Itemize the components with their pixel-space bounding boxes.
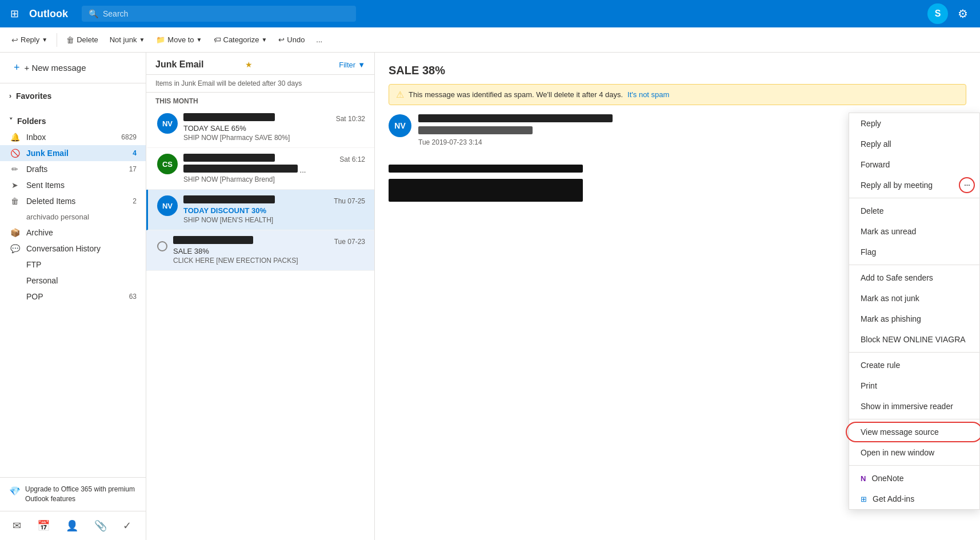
menu-item-mark-unread[interactable]: Mark as unread: [849, 221, 979, 242]
from-redacted: [418, 114, 613, 122]
skype-icon[interactable]: S: [927, 3, 948, 24]
sidebar-item-junk[interactable]: 🚫 Junk Email 4: [0, 145, 146, 161]
calendar-footer-icon[interactable]: 📅: [34, 516, 53, 535]
sidebar-item-inbox[interactable]: 🔔 Inbox 6829: [0, 129, 146, 145]
sender-avatar: NV: [389, 114, 411, 137]
avatar: CS: [157, 154, 178, 174]
reply-button[interactable]: ↩ Reply ▼: [7, 33, 52, 47]
sender-redacted: [183, 113, 275, 121]
folders-header[interactable]: ˅ Folders: [0, 113, 146, 129]
notjunk-chevron-icon: ▼: [139, 37, 145, 43]
not-junk-button[interactable]: Not junk ▼: [105, 33, 150, 46]
menu-item-view-source[interactable]: View message source: [849, 422, 979, 442]
email-sender: [183, 113, 275, 123]
email-item[interactable]: CS Sat 6:12 ... SHIP NOW [Pharmacy Brend…: [146, 148, 374, 190]
sidebar-section-favorites: › Favorites: [0, 83, 146, 109]
menu-item-onenote[interactable]: N OneNote: [849, 468, 979, 489]
body-redacted-2: [389, 179, 583, 202]
delete-icon: 🗑: [66, 35, 74, 45]
menu-item-block[interactable]: Block NEW ONLINE VIAGRA: [849, 329, 979, 350]
email-list-header: Junk Email ★ Filter ▼: [146, 53, 374, 75]
email-content: Thu 07-25 TODAY DISCOUNT 30% SHIP NOW [M…: [183, 195, 365, 224]
email-sender: [173, 236, 253, 246]
topbar: ⊞ Outlook 🔍 S ⚙: [0, 0, 980, 27]
sidebar-item-pop[interactable]: POP 63: [0, 289, 146, 305]
email-item[interactable]: NV Thu 07-25 TODAY DISCOUNT 30% SHIP NOW…: [146, 190, 374, 230]
email-list: Junk Email ★ Filter ▼ Items in Junk Emai…: [146, 53, 375, 540]
sidebar-item-ftp[interactable]: FTP: [0, 257, 146, 273]
sender-redacted: [173, 236, 253, 244]
contacts-footer-icon[interactable]: 👤: [62, 516, 82, 535]
onenote-icon: N: [861, 474, 866, 483]
new-message-button[interactable]: + + New message: [7, 57, 139, 78]
sidebar: + + New message › Favorites ˅ Folders 🔔 …: [0, 53, 146, 540]
attachments-footer-icon[interactable]: 📎: [91, 516, 110, 535]
email-time: Sat 6:12: [339, 155, 365, 163]
filter-chevron-icon: ▼: [358, 61, 365, 69]
sidebar-item-archive[interactable]: 📦 Archive: [0, 225, 146, 241]
menu-divider-2: [849, 265, 979, 265]
avatar: NV: [157, 113, 178, 134]
menu-item-delete[interactable]: Delete: [849, 201, 979, 221]
sidebar-sub-item-archivado[interactable]: archivado personal: [0, 209, 146, 225]
filter-button[interactable]: Filter ▼: [339, 61, 365, 69]
move-to-button[interactable]: 📁 Move to ▼: [151, 33, 206, 46]
email-item[interactable]: NV Sat 10:32 TODAY SALE 65% SHIP NOW [Ph…: [146, 107, 374, 148]
menu-item-reply[interactable]: Reply: [849, 113, 979, 134]
menu-item-reply-meeting[interactable]: Reply all by meeting ···: [849, 175, 979, 195]
grid-icon[interactable]: ⊞: [7, 4, 22, 23]
reply-chevron-icon[interactable]: ▼: [42, 37, 47, 43]
menu-item-mark-not-junk[interactable]: Mark as not junk: [849, 288, 979, 309]
spam-notice-text: This message was identified as spam. We'…: [409, 90, 623, 99]
topbar-right: S ⚙: [927, 3, 973, 24]
tasks-footer-icon[interactable]: ✓: [119, 516, 135, 535]
sidebar-item-drafts[interactable]: ✏ Drafts 17: [0, 161, 146, 177]
menu-item-create-rule[interactable]: Create rule: [849, 355, 979, 375]
email-subject: SALE 38%: [173, 247, 365, 255]
categorize-button[interactable]: 🏷 Categorize ▼: [209, 33, 272, 46]
sidebar-item-personal[interactable]: Personal: [0, 273, 146, 289]
sender-redacted: [183, 195, 275, 203]
menu-item-immersive[interactable]: Show in immersive reader: [849, 396, 979, 417]
sidebar-item-sent[interactable]: ➤ Sent Items: [0, 177, 146, 193]
not-spam-link[interactable]: It's not spam: [627, 90, 669, 99]
moveto-icon: 📁: [156, 35, 165, 44]
favorites-header[interactable]: › Favorites: [0, 88, 146, 104]
email-top: Tue 07-23: [173, 236, 365, 246]
folder-name: Junk Email: [155, 59, 242, 70]
settings-icon[interactable]: ⚙: [953, 3, 973, 24]
email-preview: CLICK HERE [NEW ERECTION PACKS]: [173, 257, 365, 265]
menu-item-reply-all[interactable]: Reply all: [849, 134, 979, 154]
menu-item-flag[interactable]: Flag: [849, 242, 979, 262]
inbox-icon: 🔔: [9, 133, 21, 142]
email-select-radio[interactable]: [157, 241, 167, 251]
conv-history-icon: 💬: [9, 244, 21, 253]
menu-item-forward[interactable]: Forward: [849, 154, 979, 175]
archive-icon: 📦: [9, 228, 21, 237]
menu-item-mark-phishing[interactable]: Mark as phishing: [849, 309, 979, 329]
body-redacted-1: [389, 165, 583, 173]
menu-item-open-new[interactable]: Open in new window: [849, 442, 979, 463]
sidebar-item-deleted[interactable]: 🗑 Deleted Items 2: [0, 193, 146, 209]
month-header: This month: [146, 93, 374, 107]
menu-item-print[interactable]: Print: [849, 375, 979, 396]
search-input[interactable]: [103, 9, 349, 18]
spam-notice: ⚠ This message was identified as spam. W…: [389, 84, 966, 105]
warning-icon: ⚠: [396, 89, 404, 100]
email-item[interactable]: Tue 07-23 SALE 38% CLICK HERE [NEW ERECT…: [146, 230, 374, 271]
mail-footer-icon[interactable]: ✉: [9, 516, 25, 535]
email-preview: SHIP NOW [Pharmacy SAVE 80%]: [183, 134, 365, 142]
menu-divider: [849, 198, 979, 198]
more-button[interactable]: ...: [311, 33, 327, 46]
menu-item-add-safe[interactable]: Add to Safe senders: [849, 267, 979, 288]
reply-meeting-highlight: ···: [959, 177, 975, 193]
email-time: Sat 10:32: [336, 115, 365, 123]
undo-button[interactable]: ↩ Undo: [274, 33, 309, 46]
star-icon[interactable]: ★: [245, 60, 253, 69]
email-preview: SHIP NOW [MEN'S HEALTH]: [183, 216, 365, 224]
email-preview: SHIP NOW [Pharmacy Brend]: [183, 175, 365, 183]
menu-item-addins[interactable]: ⊞ Get Add-ins: [849, 489, 979, 509]
sidebar-item-conv-history[interactable]: 💬 Conversation History: [0, 241, 146, 257]
delete-button[interactable]: 🗑 Delete: [62, 33, 103, 47]
addins-icon: ⊞: [861, 495, 867, 503]
